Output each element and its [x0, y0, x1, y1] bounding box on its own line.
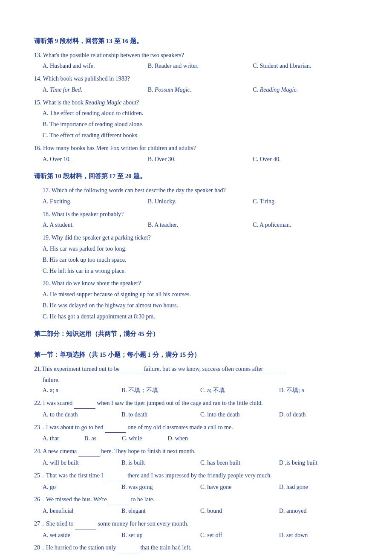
question-19: 19. Why did the speaker get a parking ti… [34, 233, 358, 276]
question-26: 26．We missed the bus. We're to be late. … [34, 494, 358, 516]
q27-text: 27．She tried to some money for her son e… [34, 519, 358, 529]
q28-text: 28．He hurried to the station only that t… [34, 543, 358, 553]
q23-blank [105, 422, 126, 433]
q22-option-c: C. into the death [200, 410, 279, 420]
question-27: 27．She tried to some money for her son e… [34, 519, 358, 541]
q24-text: 24. A new cinema here. They hope to fini… [34, 446, 358, 457]
question-23: 23．I was about to go to bed one of my ol… [34, 422, 358, 444]
q19-option-a: A. His car was parked for too long. [43, 244, 358, 254]
q21-blank1 [121, 364, 142, 375]
q25-option-c: C. have gone [200, 482, 279, 492]
q13-option-c: C. Student and librarian. [253, 61, 358, 71]
q26-text: 26．We missed the bus. We're to be late. [34, 494, 358, 505]
section10-header: 请听第 10 段材料，回答第 17 至 20 题。 [34, 171, 358, 182]
q16-text: 16. How many books has Mem Fox written f… [34, 143, 358, 153]
q24-blank [78, 446, 100, 457]
q14-options: A. Time for Bed. B. Possum Magic. C. Rea… [43, 85, 358, 95]
q23-options: A. that B. as C. while D. when [43, 434, 358, 444]
q17-text: 17. Which of the following words can bes… [43, 185, 358, 196]
q25-option-d: D. had gone [279, 482, 358, 492]
q27-option-b: B. set up [121, 530, 200, 541]
q25-options: A. go B. was going C. have gone D. had g… [43, 482, 358, 492]
section9-header: 请听第 9 段材料，回答第 13 至 16 题。 [34, 36, 358, 47]
q25-option-a: A. go [43, 482, 121, 492]
q15-option-a: A. The effect of reading aloud to childr… [43, 108, 358, 119]
q13-option-b: B. Reader and writer. [148, 61, 253, 71]
q14-option-a: A. Time for Bed. [43, 85, 148, 95]
q16-option-a: A. Over 10. [43, 154, 148, 165]
q23-text: 23．I was about to go to bed one of my ol… [34, 422, 358, 433]
q17-option-c: C. Tiring. [253, 197, 358, 207]
question-21: 21.This experiment turned out to be fail… [34, 364, 358, 396]
q26-option-a: A. beneficial [43, 506, 121, 516]
q23-option-a: A. that [43, 434, 59, 444]
q20-option-a: A. He missed supper because of signing u… [43, 289, 358, 300]
question-17: 17. Which of the following words can bes… [34, 185, 358, 207]
q24-option-c: C. has been built [200, 458, 279, 468]
q21-blank2 [265, 364, 286, 375]
q23-option-d: D. when [168, 434, 188, 444]
q25-blank [105, 471, 126, 481]
question-25: 25．That was the first time I there and I… [34, 471, 358, 492]
q27-option-c: C. set off [200, 530, 279, 541]
q19-text: 19. Why did the speaker get a parking ti… [43, 233, 358, 243]
q23-option-c: C. while [122, 434, 142, 444]
q20-option-c: C. He has got a dental appointment at 8:… [43, 312, 358, 322]
q26-option-b: B. elegant [121, 506, 200, 516]
q25-option-b: B. was going [121, 482, 200, 492]
q21-options: A. a; a B. 不填；不填 C. a; 不填 D. 不填; a [43, 385, 358, 396]
question-22: 22. I was scared when I saw the tiger ju… [34, 398, 358, 420]
q17-option-a: A. Exciting. [43, 197, 148, 207]
q13-text: 13. What's the possible relationship bet… [34, 50, 358, 61]
q28-blank [118, 543, 139, 553]
q17-option-b: B. Unlucky. [148, 197, 253, 207]
q21-option-a: A. a; a [43, 385, 121, 396]
q18-options: A. A student. B. A teacher. C. A policem… [43, 220, 358, 230]
q15-option-c: C. The effect of reading different books… [43, 130, 358, 141]
q18-option-c: C. A policeman. [253, 220, 358, 230]
q16-options: A. Over 10. B. Over 30. C. Over 40. [43, 154, 358, 165]
q21-option-b: B. 不填；不填 [121, 385, 200, 396]
q18-option-a: A. A student. [43, 220, 148, 230]
section1-header: 第一节：单项选择（共 15 小题；每小题 1 分，满分 15 分） [34, 350, 358, 361]
q26-option-d: D. annoyed [279, 506, 358, 516]
part2-header: 第二部分：知识运用（共两节，满分 45 分） [34, 329, 358, 340]
question-18: 18. What is the speaker probably? A. A s… [34, 209, 358, 231]
q27-option-a: A. set aside [43, 530, 121, 541]
q17-options: A. Exciting. B. Unlucky. C. Tiring. [43, 197, 358, 207]
question-16: 16. How many books has Mem Fox written f… [34, 143, 358, 165]
question-24: 24. A new cinema here. They hope to fini… [34, 446, 358, 468]
q14-option-c: C. Reading Magic. [253, 85, 358, 95]
q22-blank [74, 398, 95, 409]
q22-option-b: B. to death [121, 410, 200, 420]
question-14: 14. Which book was published in 1983? A.… [34, 74, 358, 95]
question-20: 20. What do we know about the speaker? A… [34, 278, 358, 321]
q22-options: A. to the death B. to death C. into the … [43, 410, 358, 420]
q15-text: 15. What is the book Reading Magic about… [34, 98, 358, 108]
q27-option-d: D. set down [279, 530, 358, 541]
q15-option-b: B. The importance of reading aloud alone… [43, 119, 358, 130]
q18-text: 18. What is the speaker probably? [43, 209, 358, 220]
q13-options: A. Husband and wife. B. Reader and write… [43, 61, 358, 71]
q21-text: 21.This experiment turned out to be fail… [34, 364, 358, 375]
q21-cont: failure. [43, 375, 358, 385]
q21-option-c: C. a; 不填 [200, 385, 279, 396]
q27-options: A. set aside B. set up C. set off D. set… [43, 530, 358, 541]
q18-option-b: B. A teacher. [148, 220, 253, 230]
q26-options: A. beneficial B. elegant C. bound D. ann… [43, 506, 358, 516]
q24-option-b: B. is built [121, 458, 200, 468]
q19-option-c: C. He left his car in a wrong place. [43, 266, 358, 276]
q26-option-c: C. bound [200, 506, 279, 516]
q22-option-a: A. to the death [43, 410, 121, 420]
q25-text: 25．That was the first time I there and I… [34, 471, 358, 481]
q14-text: 14. Which book was published in 1983? [34, 74, 358, 84]
q23-option-b: B. as [84, 434, 96, 444]
q26-blank [108, 494, 130, 505]
q20-text: 20. What do we know about the speaker? [43, 278, 358, 289]
q14-option-b: B. Possum Magic. [148, 85, 253, 95]
q16-option-c: C. Over 40. [253, 154, 358, 165]
q22-text: 22. I was scared when I saw the tiger ju… [34, 398, 358, 409]
q20-option-b: B. He was delayed on the highway for alm… [43, 301, 358, 311]
question-15: 15. What is the book Reading Magic about… [34, 98, 358, 141]
q13-option-a: A. Husband and wife. [43, 61, 148, 71]
